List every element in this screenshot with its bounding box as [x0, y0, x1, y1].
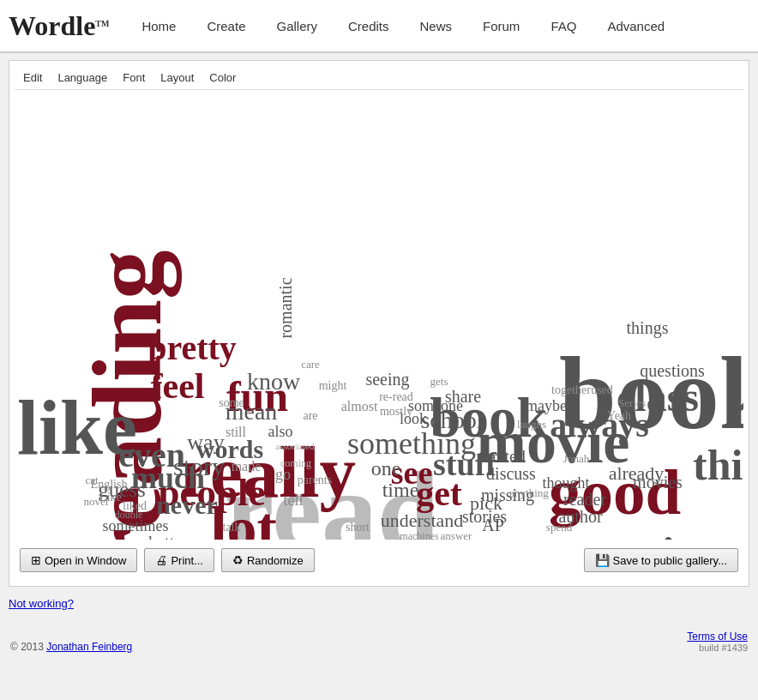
svg-text:seeing: seeing	[365, 370, 409, 389]
svg-text:feel: feel	[151, 366, 205, 406]
svg-text:short: short	[346, 521, 370, 534]
author-link[interactable]: Jonathan Feinberg	[46, 641, 132, 653]
svg-text:someone: someone	[408, 397, 463, 414]
svg-text:are: are	[303, 409, 317, 422]
svg-text:together: together	[551, 383, 591, 396]
main-container: Edit Language Font Layout Color reading …	[9, 60, 749, 587]
svg-text:spend: spend	[546, 521, 573, 534]
svg-text:never: never	[156, 491, 218, 519]
open-window-icon: ⊞	[31, 553, 41, 567]
svg-text:almost: almost	[341, 399, 378, 413]
footer: © 2013 Jonathan Feinberg Terms of Use bu…	[0, 619, 758, 658]
navigation: Home Create Gallery Credits News Forum F…	[126, 12, 749, 40]
svg-text:still: still	[226, 425, 247, 439]
svg-text:know: know	[247, 368, 301, 395]
svg-text:just: just	[659, 528, 736, 540]
logo: WordleTM	[9, 10, 109, 42]
svg-text:used: used	[591, 383, 613, 396]
open-window-label: Open in Window	[45, 554, 126, 567]
toolbar-font[interactable]: Font	[119, 69, 148, 86]
logo-tm: TM	[95, 18, 109, 27]
save-icon: 💾	[595, 553, 610, 567]
svg-text:gets: gets	[430, 375, 448, 388]
logo-text: Wordle	[9, 10, 95, 41]
svg-text:mostly: mostly	[380, 405, 412, 418]
randomize-button[interactable]: ♻ Randomize	[221, 548, 315, 572]
svg-text:anything: anything	[509, 486, 549, 499]
svg-text:care: care	[301, 358, 320, 371]
nav-forum[interactable]: Forum	[467, 12, 535, 40]
svg-text:maybe: maybe	[526, 397, 567, 414]
save-label: Save to public gallery...	[613, 554, 727, 567]
svg-text:Jonah: Jonah	[563, 452, 590, 465]
svg-text:Series: Series	[618, 396, 646, 409]
svg-text:time: time	[382, 479, 419, 501]
svg-text:thought: thought	[542, 474, 589, 492]
svg-text:friends: friends	[178, 539, 261, 540]
toolbar-layout[interactable]: Layout	[157, 69, 197, 86]
open-window-button[interactable]: ⊞ Open in Window	[20, 548, 137, 572]
svg-text:reader: reader	[563, 490, 606, 509]
nav-gallery[interactable]: Gallery	[261, 12, 333, 40]
svg-text:also: also	[268, 423, 293, 440]
not-working-link[interactable]: Not working?	[0, 594, 758, 619]
nav-credits[interactable]: Credits	[333, 12, 405, 40]
svg-text:answer: answer	[441, 529, 472, 540]
svg-text:things: things	[627, 318, 669, 338]
svg-text:Yeah: Yeah	[607, 409, 631, 422]
svg-text:pretty: pretty	[147, 329, 237, 367]
svg-text:movies: movies	[633, 473, 683, 492]
svg-text:made: made	[232, 459, 262, 474]
print-button[interactable]: 🖨 Print...	[144, 548, 214, 572]
svg-text:romantic: romantic	[276, 277, 295, 338]
svg-text:cat: cat	[85, 474, 99, 486]
svg-text:understand: understand	[381, 510, 464, 531]
svg-text:wanted: wanted	[476, 447, 526, 466]
word-cloud: reading like read books really lot good …	[15, 94, 743, 540]
svg-text:AP: AP	[482, 516, 504, 534]
svg-text:laughs: laughs	[517, 418, 546, 431]
toolbar: Edit Language Font Layout Color	[15, 66, 743, 90]
svg-text:some: some	[219, 396, 244, 409]
copyright-text: © 2013	[10, 641, 44, 653]
nav-create[interactable]: Create	[191, 12, 261, 40]
bottom-bar: ⊞ Open in Window 🖨 Print... ♻ Randomize …	[15, 540, 743, 581]
svg-text:machines: machines	[400, 530, 439, 540]
svg-text:associated: associated	[275, 441, 315, 451]
print-label: Print...	[171, 554, 203, 567]
svg-text:might: might	[319, 379, 347, 392]
footer-left: © 2013 Jonathan Feinberg	[10, 641, 132, 653]
svg-text:talk: talk	[223, 521, 241, 534]
svg-text:think: think	[693, 441, 743, 489]
terms-of-use-link[interactable]: Terms of Use	[687, 631, 748, 643]
randomize-label: Randomize	[247, 554, 304, 567]
toolbar-language[interactable]: Language	[54, 69, 111, 86]
toolbar-edit[interactable]: Edit	[20, 69, 45, 86]
nav-faq[interactable]: FAQ	[535, 12, 592, 40]
svg-text:novel: novel	[84, 495, 109, 508]
build-number: build #1439	[687, 643, 748, 653]
svg-text:questions: questions	[640, 361, 705, 381]
save-button[interactable]: 💾 Save to public gallery...	[584, 548, 738, 572]
toolbar-color[interactable]: Color	[206, 69, 239, 86]
svg-text:Given: Given	[103, 539, 128, 540]
svg-text:parents: parents	[298, 474, 332, 486]
svg-text:double: double	[115, 509, 143, 521]
svg-text:tell: tell	[284, 492, 304, 509]
print-icon: 🖨	[155, 553, 167, 567]
svg-text:one: one	[371, 457, 401, 480]
randomize-icon: ♻	[232, 553, 244, 567]
nav-advanced[interactable]: Advanced	[592, 12, 680, 40]
footer-right: Terms of Use build #1439	[687, 631, 748, 653]
svg-text:coming: coming	[280, 457, 311, 469]
svg-text:discuss: discuss	[486, 464, 536, 483]
nav-home[interactable]: Home	[126, 12, 191, 40]
nav-news[interactable]: News	[405, 12, 468, 40]
header: WordleTM Home Create Gallery Credits New…	[0, 0, 758, 53]
